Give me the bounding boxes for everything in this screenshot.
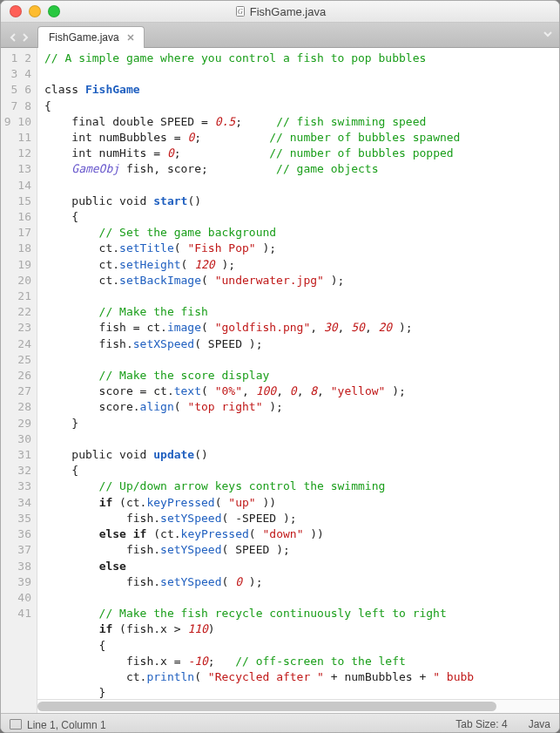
language-indicator[interactable]: Java [529,718,550,730]
editor-window: GFishGame.java FishGame.java 1 2 3 4 5 6… [0,0,560,733]
tab-dropdown-icon[interactable] [542,28,554,44]
window-title: GFishGame.java [1,5,559,18]
nav-back-icon[interactable] [8,32,18,43]
code-content[interactable]: // A simple game where you control a fis… [37,48,559,713]
horizontal-scrollbar[interactable] [37,699,559,713]
tab-label: FishGame.java [49,31,119,44]
minimize-window-button[interactable] [29,5,41,17]
traffic-lights [10,5,60,17]
scrollbar-thumb[interactable] [37,702,496,711]
line-number-gutter: 1 2 3 4 5 6 7 8 9 10 11 12 13 14 15 16 1… [1,48,37,713]
nav-arrows [8,32,30,43]
status-bar: Line 1, Column 1 Tab Size: 4 Java [1,713,559,733]
nav-forward-icon[interactable] [20,32,30,43]
svg-rect-0 [236,6,244,16]
status-left: Line 1, Column 1 [10,718,106,731]
cursor-position[interactable]: Line 1, Column 1 [27,719,106,731]
tab-fishgame[interactable]: FishGame.java [37,26,145,48]
titlebar[interactable]: GFishGame.java [1,1,559,23]
zoom-window-button[interactable] [48,5,60,17]
close-tab-icon[interactable] [125,31,137,44]
close-window-button[interactable] [10,5,22,17]
tab-strip: FishGame.java [1,23,559,48]
status-right: Tab Size: 4 Java [455,718,550,730]
tab-size-indicator[interactable]: Tab Size: 4 [455,718,507,730]
editor-area[interactable]: 1 2 3 4 5 6 7 8 9 10 11 12 13 14 15 16 1… [1,48,559,713]
panel-icon[interactable] [10,719,22,730]
svg-text:G: G [238,8,243,16]
file-icon: G [234,5,246,17]
